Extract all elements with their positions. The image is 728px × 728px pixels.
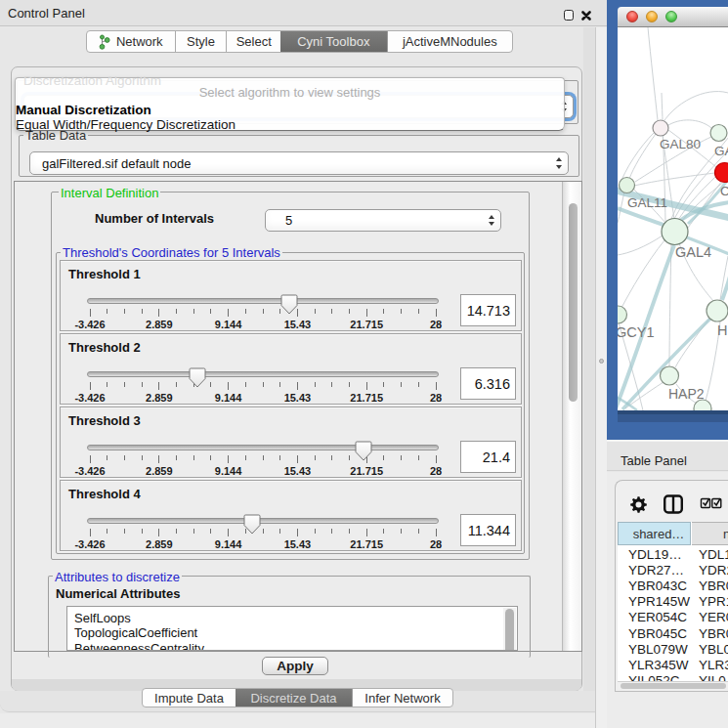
svg-text:GAL11: GAL11 xyxy=(627,195,667,210)
svg-text:C: C xyxy=(720,184,728,198)
svg-text:HAP2: HAP2 xyxy=(668,386,705,402)
svg-text:GAL4: GAL4 xyxy=(675,244,711,260)
svg-text:GA: GA xyxy=(714,144,728,158)
svg-text:GCY1: GCY1 xyxy=(618,324,655,340)
svg-text:GAL80: GAL80 xyxy=(660,137,701,151)
svg-text:H: H xyxy=(717,322,727,338)
